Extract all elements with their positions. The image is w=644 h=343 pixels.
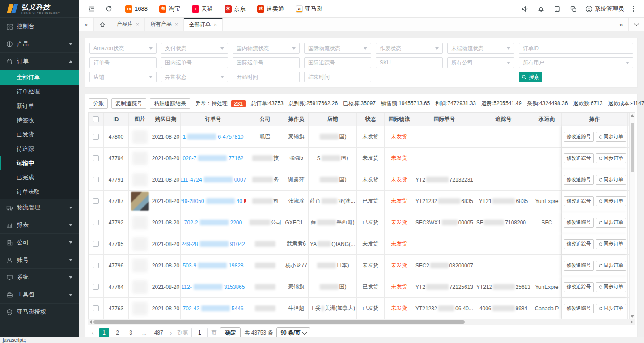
row-checkbox[interactable] xyxy=(93,263,99,268)
order-number-link[interactable]: 16-4757810 xyxy=(182,134,243,140)
toolbar-button-2[interactable]: 粘贴追踪结果 xyxy=(150,98,190,109)
tab-home[interactable] xyxy=(94,18,111,31)
select-all-checkbox[interactable] xyxy=(93,116,99,122)
sidebar-item-3[interactable]: 物流管理 xyxy=(0,199,79,216)
row-checkbox[interactable] xyxy=(93,220,99,225)
marketplace-link-3[interactable]: 京京东 xyxy=(225,5,246,13)
filter-input-start-time[interactable] xyxy=(233,72,300,82)
filter-select-intl-logistics-status[interactable]: 国际物流状态 xyxy=(304,43,371,54)
tabs-scroll-left[interactable]: « xyxy=(79,18,94,31)
tabs-scroll-right[interactable]: » xyxy=(614,18,629,31)
sync-order-button[interactable]: 同步订单 xyxy=(596,175,626,185)
filter-input-order-id[interactable] xyxy=(519,43,633,54)
sidebar-item-7[interactable]: 系统 xyxy=(0,269,79,286)
sidebar-item-4[interactable]: 报表 xyxy=(0,216,79,234)
scroll-left-icon[interactable] xyxy=(89,320,92,324)
filter-input-domestic-waybill-no[interactable] xyxy=(161,57,228,68)
sidebar-item-2[interactable]: 订单 xyxy=(0,53,79,70)
sidebar-subitem-0[interactable]: 全部订单 xyxy=(0,70,79,85)
marketplace-link-4[interactable]: 速速卖通 xyxy=(257,5,284,13)
edit-tracking-button[interactable]: 修改追踪号 xyxy=(564,153,594,163)
sync-order-button[interactable]: 同步订单 xyxy=(596,132,626,142)
marketplace-link-1[interactable]: 淘淘宝 xyxy=(159,5,180,13)
edit-tracking-button[interactable]: 修改追踪号 xyxy=(564,239,594,249)
row-checkbox[interactable] xyxy=(93,134,99,140)
sidebar-subitem-1[interactable]: 订单处理 xyxy=(0,85,79,99)
row-checkbox[interactable] xyxy=(93,305,99,311)
sidebar-item-5[interactable]: 公司 xyxy=(0,234,79,251)
toolbar-button-1[interactable]: 复制追踪号 xyxy=(111,98,146,109)
tab-2[interactable]: 全部订单× xyxy=(184,18,223,31)
scroll-down-icon[interactable] xyxy=(631,315,634,318)
next-page-icon[interactable]: › xyxy=(168,329,174,336)
sidebar-subitem-8[interactable]: 订单获取 xyxy=(0,185,79,199)
bell-icon[interactable] xyxy=(534,2,548,16)
filter-select-exception-status[interactable]: 异常状态 xyxy=(161,72,228,82)
exchange-icon[interactable] xyxy=(567,2,580,16)
hscroll-thumb[interactable] xyxy=(93,320,465,324)
sidebar-subitem-4[interactable]: 已发货 xyxy=(0,127,79,142)
filter-select-pay-status[interactable]: 支付状态 xyxy=(161,43,228,54)
goto-page-input[interactable] xyxy=(191,328,208,338)
tab-1[interactable]: 所有产品× xyxy=(145,18,184,31)
marketplace-link-0[interactable]: 161688 xyxy=(125,5,148,13)
announcement-icon[interactable] xyxy=(518,2,532,16)
edit-tracking-button[interactable]: 修改追踪号 xyxy=(564,304,594,313)
tab-0[interactable]: 产品库× xyxy=(111,18,145,31)
filter-select-amazon-status[interactable]: Amazon状态 xyxy=(89,43,157,54)
sync-order-button[interactable]: 同步订单 xyxy=(596,282,626,292)
sync-order-button[interactable]: 同步订单 xyxy=(596,261,626,271)
edit-tracking-button[interactable]: 修改追踪号 xyxy=(564,218,594,228)
scroll-up-icon[interactable] xyxy=(631,114,634,117)
row-checkbox[interactable] xyxy=(93,198,99,204)
search-button[interactable]: 搜索 xyxy=(519,72,542,82)
order-number-link[interactable]: 112-3153865 xyxy=(182,284,245,290)
filter-input-end-time[interactable] xyxy=(304,72,371,82)
sidebar-subitem-6[interactable]: 运输中 xyxy=(0,156,79,170)
page-2[interactable]: 2 xyxy=(113,328,123,338)
page-1[interactable]: 1 xyxy=(99,328,109,338)
order-number-link[interactable]: 702-425446 xyxy=(182,305,243,312)
close-icon[interactable]: × xyxy=(175,21,178,28)
sidebar-item-9[interactable]: 亚马逊授权 xyxy=(0,304,79,321)
sidebar-item-1[interactable]: 产品 xyxy=(0,35,79,53)
refresh-icon[interactable] xyxy=(102,2,115,16)
filter-select-void-status[interactable]: 作废状态 xyxy=(376,43,443,54)
page-487[interactable]: 487 xyxy=(153,328,165,338)
sync-order-button[interactable]: 同步订单 xyxy=(596,239,626,249)
user-menu[interactable]: 系统管理员 xyxy=(583,5,627,13)
close-icon[interactable]: × xyxy=(214,22,217,28)
filter-select-user[interactable]: 所有用户 xyxy=(519,57,633,68)
sync-order-button[interactable]: 同步订单 xyxy=(596,153,626,163)
vscroll-thumb[interactable] xyxy=(631,123,634,172)
toolbar-button-0[interactable]: 分派 xyxy=(89,98,108,109)
sidebar-item-8[interactable]: 工具包 xyxy=(0,286,79,304)
sidebar-item-6[interactable]: 账号 xyxy=(0,251,79,269)
filter-input-intl-tracking-no[interactable] xyxy=(304,57,371,68)
tabs-menu-icon[interactable] xyxy=(629,18,644,31)
marketplace-link-5[interactable]: a亚马逊 xyxy=(296,5,322,13)
row-checkbox[interactable] xyxy=(93,177,99,182)
filter-select-domestic-logistics-status[interactable]: 国内物流状态 xyxy=(233,43,300,54)
vertical-scrollbar[interactable] xyxy=(629,113,635,319)
sync-order-button[interactable]: 同步订单 xyxy=(596,196,626,206)
order-number-link[interactable]: 249-2891042 xyxy=(181,241,245,247)
scroll-right-icon[interactable] xyxy=(631,320,633,324)
order-number-link[interactable]: 702-22200 xyxy=(184,220,242,226)
edit-tracking-button[interactable]: 修改追踪号 xyxy=(564,132,594,142)
filter-input-intl-waybill-no[interactable] xyxy=(233,57,300,68)
edit-tracking-button[interactable]: 修改追踪号 xyxy=(564,282,594,292)
order-number-link[interactable]: 503-919828 xyxy=(182,263,243,269)
sidebar-subitem-3[interactable]: 待签收 xyxy=(0,113,79,127)
sidebar-subitem-5[interactable]: 待追踪 xyxy=(0,142,79,156)
more-icon[interactable] xyxy=(629,6,638,12)
order-number-link[interactable]: 111-47240007 xyxy=(181,177,246,183)
marketplace-link-2[interactable]: T天猫 xyxy=(192,5,213,13)
calculator-icon[interactable] xyxy=(551,2,564,16)
sync-order-button[interactable]: 同步订单 xyxy=(596,218,626,228)
sync-order-button[interactable]: 同步订单 xyxy=(596,304,626,313)
filter-select-lastmile-status[interactable]: 末端物流状态 xyxy=(447,43,514,54)
prev-page-icon[interactable]: ‹ xyxy=(90,329,96,336)
edit-tracking-button[interactable]: 修改追踪号 xyxy=(564,261,594,271)
row-checkbox[interactable] xyxy=(93,155,99,161)
